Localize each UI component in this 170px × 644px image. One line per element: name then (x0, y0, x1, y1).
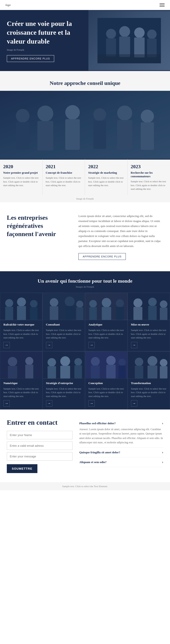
svg-point-74 (147, 356, 157, 366)
faq-arrow-0: › (162, 421, 163, 426)
timeline-item-2: 2022 Stratégie de marketing Sample text.… (85, 159, 128, 195)
card-1: Consultant Sample text. Click to select … (43, 292, 85, 351)
contact-email-input[interactable] (7, 442, 73, 450)
svg-point-5 (134, 28, 145, 38)
card-image-6 (85, 352, 127, 379)
timeline-text-0: Sample text. Click to select the text bo… (3, 176, 39, 187)
card-arrow-5[interactable]: → (46, 400, 52, 406)
card-text-2: Sample text. Click to select the text bo… (88, 328, 124, 340)
card-text-3: Sample text. Click to select the text bo… (131, 328, 167, 340)
svg-point-32 (50, 298, 58, 307)
card-text-4: Sample text. Click to select the text bo… (3, 387, 39, 398)
svg-point-3 (119, 26, 130, 37)
svg-point-76 (160, 359, 168, 366)
faq-question-2[interactable]: Aliquam et sem odio? › (79, 460, 163, 464)
svg-point-39 (89, 300, 97, 308)
hero-section: Créer une voie pour la croissance future… (0, 10, 170, 71)
svg-point-67 (106, 356, 116, 365)
card-4: Numérique Sample text. Click to select t… (0, 351, 43, 410)
card-arrow-4[interactable]: → (3, 400, 10, 406)
svg-point-36 (76, 301, 83, 308)
approach-section: Notre approche conseil unique (0, 71, 170, 202)
svg-rect-56 (25, 364, 33, 378)
logo: logo (5, 3, 11, 7)
faq-arrow-1: › (162, 450, 163, 454)
svg-point-62 (74, 358, 82, 366)
svg-point-69 (119, 359, 126, 366)
card-image-1 (43, 293, 85, 320)
timeline-text-2: Sample text. Click to select the text bo… (88, 176, 124, 187)
svg-rect-33 (50, 306, 58, 320)
contact-message-input[interactable] (7, 452, 73, 460)
timeline-text-1: Sample text. Click to select the text bo… (46, 176, 82, 187)
cards-row-2: Numérique Sample text. Click to select t… (0, 351, 170, 410)
svg-point-34 (65, 297, 74, 306)
contact-name-input[interactable] (7, 431, 73, 439)
world-section: Un avenir qui fonctionne pour tout le mo… (0, 271, 170, 410)
contact-section: Entrer en contact SOUMETTRE Phasellus se… (0, 410, 170, 482)
card-title-4: Numérique (3, 381, 39, 385)
hero-image (88, 10, 170, 71)
svg-rect-59 (47, 366, 56, 378)
card-arrow-7[interactable]: → (131, 400, 137, 406)
svg-point-58 (47, 358, 56, 366)
faq-item-2: Aliquam et sem odio? › (79, 458, 163, 467)
svg-rect-26 (5, 307, 13, 320)
svg-point-29 (30, 300, 38, 308)
svg-rect-77 (160, 366, 168, 378)
contact-submit-button[interactable]: SOUMETTRE (7, 464, 37, 473)
contact-faq: Phasellus sed efficitur dolor? › Answer:… (79, 418, 163, 467)
timeline: 2020 Notre premier grand projet Sample t… (0, 159, 170, 195)
svg-point-43 (116, 300, 124, 308)
svg-point-65 (91, 357, 100, 366)
timeline-year-1: 2021 (46, 164, 82, 170)
svg-point-27 (17, 298, 26, 306)
faq-question-0[interactable]: Phasellus sed efficitur dolor? › (79, 421, 163, 426)
card-arrow-1[interactable]: → (46, 342, 52, 348)
svg-rect-28 (17, 306, 26, 320)
svg-rect-49 (148, 306, 157, 320)
card-3: Mise en œuvre Sample text. Click to sele… (128, 292, 170, 351)
svg-point-1 (106, 29, 116, 39)
svg-rect-40 (89, 307, 97, 320)
navbar: logo (0, 0, 170, 10)
card-title-6: Conception (88, 381, 124, 385)
timeline-year-2: 2022 (88, 164, 124, 170)
card-arrow-0[interactable]: → (3, 342, 10, 348)
card-image-5 (43, 352, 85, 379)
card-text-5: Sample text. Click to select the text bo… (46, 387, 82, 398)
card-image-0 (0, 293, 42, 320)
svg-point-50 (160, 300, 168, 308)
world-credit: Images de Freepik (0, 285, 170, 288)
svg-rect-30 (30, 307, 38, 320)
faq-answer-0: Answer: Lorem ipsum dolor sit amet, cons… (79, 427, 163, 445)
card-arrow-2[interactable]: → (88, 342, 95, 348)
timeline-year-0: 2020 (3, 164, 39, 170)
faq-item-0: Phasellus sed efficitur dolor? › Answer:… (79, 418, 163, 448)
svg-rect-51 (160, 308, 168, 320)
svg-point-60 (60, 356, 70, 366)
card-arrow-6[interactable]: → (88, 400, 95, 406)
svg-rect-73 (135, 366, 143, 378)
faq-question-1[interactable]: Quisque fringilla sit amet dolor? › (79, 450, 163, 454)
timeline-heading-0: Notre premier grand projet (3, 171, 39, 174)
regen-learn-more-button[interactable]: APPRENDRE ENCORE PLUS (78, 253, 126, 260)
timeline-heading-2: Stratégie de marketing (88, 171, 124, 174)
svg-point-48 (148, 298, 157, 306)
footer: Sample text. Click to select the Text El… (0, 482, 170, 490)
card-image-7 (128, 352, 170, 379)
svg-rect-35 (65, 306, 74, 320)
hamburger-button[interactable] (160, 4, 165, 6)
card-title-2: Analytique (88, 323, 124, 326)
approach-photo (0, 91, 170, 159)
hero-image-credit: Image de Freepik (7, 48, 82, 51)
svg-rect-54 (8, 366, 17, 378)
card-title-0: Rafraîchir votre marque (3, 323, 39, 326)
card-arrow-3[interactable]: → (131, 342, 137, 348)
svg-point-7 (147, 30, 157, 39)
svg-rect-68 (106, 365, 116, 378)
hero-learn-more-button[interactable]: APPRENDRE ENCORE PLUS (7, 55, 54, 62)
timeline-heading-3: Recherche sur les consommateurs (131, 171, 167, 178)
svg-point-55 (25, 357, 33, 365)
svg-rect-9 (97, 54, 161, 63)
